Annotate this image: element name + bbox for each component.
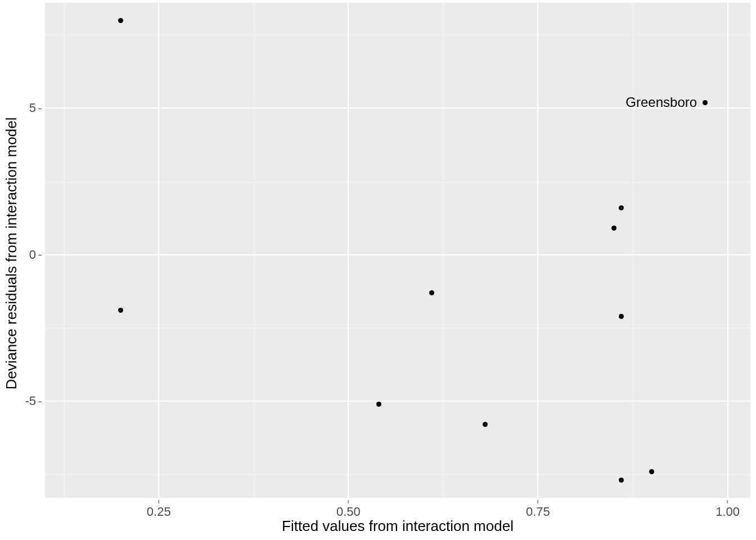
data-point bbox=[429, 290, 434, 295]
x-axis-label: Fitted values from interaction model bbox=[45, 518, 750, 540]
y-tick-label: -5 bbox=[25, 394, 42, 408]
y-axis-label-text: Deviance residuals from interaction mode… bbox=[3, 117, 20, 389]
x-axis-label-text: Fitted values from interaction model bbox=[282, 518, 514, 534]
plot-panel: Greensboro bbox=[45, 3, 750, 498]
grid-major-v bbox=[537, 3, 538, 498]
data-point bbox=[611, 226, 616, 231]
data-point bbox=[118, 308, 123, 313]
grid-major-v bbox=[727, 3, 728, 498]
data-point bbox=[619, 478, 624, 483]
data-point bbox=[376, 402, 381, 407]
grid-minor-v bbox=[254, 3, 254, 498]
y-tick-label: 0 bbox=[29, 248, 42, 262]
scatter-chart: Deviance residuals from interaction mode… bbox=[0, 0, 756, 540]
grid-minor-v bbox=[633, 3, 633, 498]
grid-major-v bbox=[348, 3, 349, 498]
data-point bbox=[619, 205, 624, 210]
x-tick-label: 0.75 bbox=[526, 500, 550, 519]
grid-minor-v bbox=[64, 3, 65, 498]
y-axis-ticks: -505 bbox=[22, 3, 45, 498]
data-point-label: Greensboro bbox=[626, 94, 700, 110]
x-tick-label: 1.00 bbox=[716, 500, 740, 519]
x-tick-label: 0.50 bbox=[336, 500, 361, 519]
grid-minor-h bbox=[45, 328, 750, 328]
x-tick-label: 0.25 bbox=[147, 500, 171, 519]
data-point bbox=[703, 100, 708, 105]
y-tick-label: 5 bbox=[29, 101, 42, 115]
grid-major-h bbox=[45, 400, 750, 402]
data-point bbox=[118, 18, 123, 23]
data-point bbox=[483, 422, 488, 427]
grid-minor-h bbox=[45, 35, 750, 35]
grid-minor-h bbox=[45, 182, 750, 182]
grid-minor-h bbox=[45, 474, 750, 475]
data-point bbox=[619, 314, 624, 319]
grid-major-h bbox=[45, 254, 750, 255]
y-axis-label: Deviance residuals from interaction mode… bbox=[0, 0, 22, 506]
grid-minor-v bbox=[443, 3, 444, 498]
grid-major-v bbox=[158, 3, 159, 498]
x-axis-ticks: 0.250.500.751.00 bbox=[45, 498, 750, 515]
data-point bbox=[649, 469, 654, 474]
